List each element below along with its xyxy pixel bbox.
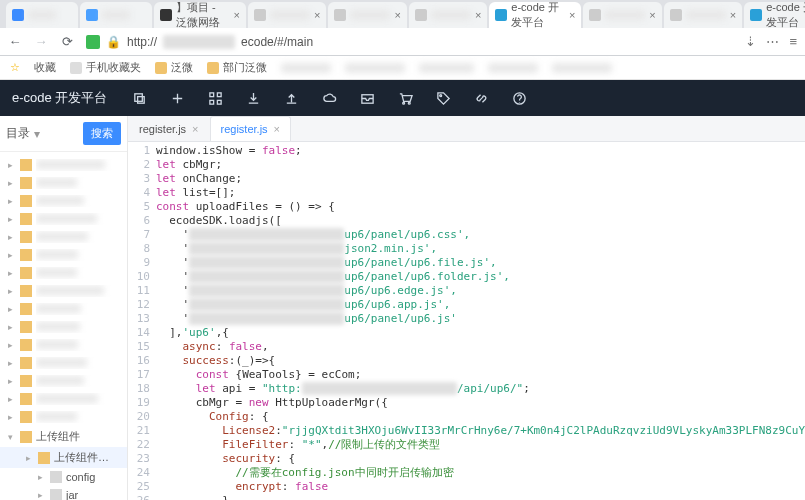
link-icon[interactable] — [467, 84, 495, 112]
chevron-icon: ▸ — [8, 376, 16, 386]
browser-tab[interactable]: × — [583, 2, 661, 28]
browser-tab-strip: 】项目 - 泛微网络× × × × e-code 开发平台× × × e-cod… — [0, 0, 805, 28]
menu-icon[interactable]: ≡ — [789, 34, 797, 49]
chevron-icon: ▸ — [8, 340, 16, 350]
tree-item[interactable]: ▸ — [0, 318, 127, 336]
folder-icon — [20, 411, 32, 423]
close-icon[interactable]: × — [475, 9, 481, 21]
sidebar-header: 目录▾ 搜索 — [0, 116, 127, 152]
close-icon[interactable]: × — [274, 123, 280, 135]
tree-item[interactable]: ▸ — [0, 228, 127, 246]
tree-label — [36, 195, 119, 207]
more-icon[interactable]: ⋯ — [766, 34, 779, 49]
back-button[interactable]: ← — [8, 34, 22, 49]
chevron-down-icon: ▾ — [34, 127, 40, 141]
tree-item[interactable]: ▸ — [0, 372, 127, 390]
editor-tab-active[interactable]: register.js× — [210, 116, 292, 141]
bookmark-item[interactable]: 手机收藏夹 — [70, 60, 141, 75]
tree-item[interactable]: ▸config — [0, 468, 127, 486]
svg-rect-5 — [217, 100, 221, 104]
tree-label — [36, 285, 119, 297]
tree-item[interactable]: ▸ — [0, 408, 127, 426]
close-icon[interactable]: × — [314, 9, 320, 21]
tree-item[interactable]: ▸ — [0, 390, 127, 408]
browser-toolbar: ← → ⟳ 🔒 http://xxxxxxecode/#/main ⇣ ⋯ ≡ — [0, 28, 805, 56]
tree-item[interactable]: ▾上传组件 — [0, 426, 127, 447]
browser-tab[interactable]: × — [409, 2, 487, 28]
forward-button[interactable]: → — [34, 34, 48, 49]
tree-item[interactable]: ▸ — [0, 192, 127, 210]
tag-icon[interactable] — [429, 84, 457, 112]
svg-rect-2 — [210, 92, 214, 96]
address-bar[interactable]: 🔒 http://xxxxxxecode/#/main — [86, 35, 313, 49]
tree-item[interactable]: ▸ — [0, 354, 127, 372]
bookmark-item[interactable] — [281, 63, 331, 73]
search-button[interactable]: 搜索 — [83, 122, 121, 145]
chevron-icon: ▸ — [8, 358, 16, 368]
close-icon[interactable]: × — [234, 9, 240, 21]
tree-item[interactable]: ▸ — [0, 336, 127, 354]
help-icon[interactable] — [505, 84, 533, 112]
bookmark-item[interactable]: 泛微 — [155, 60, 193, 75]
tree-item[interactable]: ▸ — [0, 156, 127, 174]
tree-item[interactable]: ▸上传组件大附件 — [0, 447, 127, 468]
browser-tab[interactable]: × — [328, 2, 406, 28]
upload-icon[interactable] — [277, 84, 305, 112]
folder-icon — [20, 357, 32, 369]
bookmark-item[interactable] — [552, 63, 612, 73]
code-editor[interactable]: 1234567891011121314151617181920212223242… — [128, 142, 805, 500]
editor-tab[interactable]: register.js× — [128, 116, 210, 141]
close-icon[interactable]: × — [394, 9, 400, 21]
close-icon[interactable]: × — [649, 9, 655, 21]
download-icon[interactable] — [239, 84, 267, 112]
bookmark-item[interactable]: 部门泛微 — [207, 60, 267, 75]
close-icon[interactable]: × — [730, 9, 736, 21]
folder-icon — [20, 195, 32, 207]
tree-item[interactable]: ▸ — [0, 246, 127, 264]
bookmark-item[interactable] — [419, 63, 474, 73]
inbox-icon[interactable] — [353, 84, 381, 112]
cart-icon[interactable] — [391, 84, 419, 112]
browser-tab[interactable] — [80, 2, 152, 28]
browser-tab[interactable]: × — [664, 2, 742, 28]
download-icon[interactable]: ⇣ — [745, 34, 756, 49]
browser-tab[interactable]: × — [248, 2, 326, 28]
tree-label — [36, 213, 119, 225]
browser-tab-active[interactable]: e-code 开发平台× — [489, 2, 581, 28]
file-tree[interactable]: ▸▸▸▸▸▸▸▸▸▸▸▸▸▸▸▾上传组件▸上传组件大附件▸config▸jar — [0, 152, 127, 500]
bookmarks-bar: ☆ 收藏 手机收藏夹 泛微 部门泛微 — [0, 56, 805, 80]
catalog-dropdown[interactable]: 目录▾ — [6, 125, 77, 142]
tree-item[interactable]: ▸ — [0, 300, 127, 318]
tree-label: jar — [66, 489, 119, 500]
tree-item[interactable]: ▸ — [0, 174, 127, 192]
code-content[interactable]: window.isShow = false; let cbMgr; let on… — [156, 142, 805, 500]
close-icon[interactable]: × — [192, 123, 198, 135]
reload-button[interactable]: ⟳ — [60, 34, 74, 49]
copy-icon[interactable] — [125, 84, 153, 112]
bookmark-item[interactable] — [345, 63, 405, 73]
star-icon[interactable]: ☆ — [10, 61, 20, 74]
tree-item[interactable]: ▸ — [0, 264, 127, 282]
grid-icon[interactable] — [201, 84, 229, 112]
tree-label — [36, 177, 119, 189]
folder-icon — [20, 321, 32, 333]
tree-label — [36, 411, 119, 423]
bookmark-item[interactable]: 收藏 — [34, 60, 56, 75]
tree-item[interactable]: ▸jar — [0, 486, 127, 500]
chevron-icon: ▸ — [8, 412, 16, 422]
browser-tab[interactable]: 】项目 - 泛微网络× — [154, 2, 246, 28]
chevron-icon: ▸ — [8, 250, 16, 260]
folder-icon — [20, 339, 32, 351]
bookmark-item[interactable] — [488, 63, 538, 73]
chevron-icon: ▸ — [8, 286, 16, 296]
tree-item[interactable]: ▸ — [0, 282, 127, 300]
tree-item[interactable]: ▸ — [0, 210, 127, 228]
folder-icon — [50, 489, 62, 500]
close-icon[interactable]: × — [569, 9, 575, 21]
cloud-icon[interactable] — [315, 84, 343, 112]
browser-tab[interactable]: e-code 开发平台× — [744, 2, 805, 28]
svg-rect-0 — [135, 93, 143, 101]
chevron-icon: ▸ — [8, 394, 16, 404]
plus-icon[interactable] — [163, 84, 191, 112]
browser-tab[interactable] — [6, 2, 78, 28]
